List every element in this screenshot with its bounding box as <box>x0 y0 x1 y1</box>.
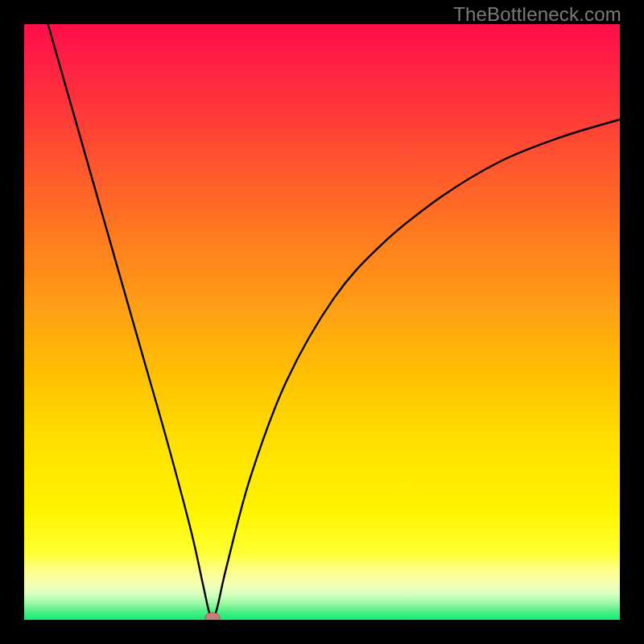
minimum-marker <box>205 613 220 622</box>
plot-background <box>24 24 620 620</box>
watermark-text: TheBottleneck.com <box>453 3 621 26</box>
chart-frame: TheBottleneck.com <box>0 0 644 644</box>
bottleneck-chart <box>0 0 644 644</box>
